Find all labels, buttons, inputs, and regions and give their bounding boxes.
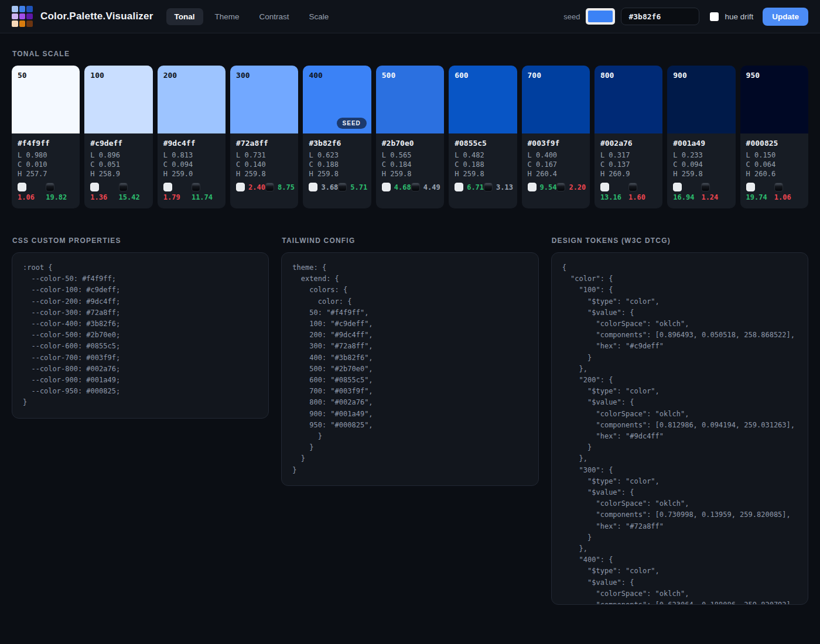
contrast-row: 19.74 1.06 [746,183,802,201]
contrast-vs-white: 16.94 [673,193,694,201]
tab-tonal[interactable]: Tonal [166,8,203,25]
hue-drift-checkbox[interactable] [710,12,719,21]
tone-chroma: C 0.010 [18,160,74,169]
tone-lightness: L 0.482 [455,150,511,160]
white-contrast-chip-icon [528,183,537,191]
tone-hue: H 258.9 [90,169,146,179]
contrast-row: 3.68 5.71 [309,183,365,191]
contrast-vs-white: 1.79 [163,193,180,201]
tone-hex: #002a76 [600,139,657,148]
tab-theme[interactable]: Theme [207,8,248,25]
tone-chroma: C 0.051 [90,160,146,169]
tone-card: 900 #001a49 L 0.233 C 0.094 H 259.8 16.9… [667,66,735,208]
contrast-pair: 13.16 [600,183,628,201]
tone-lightness: L 0.233 [673,150,729,160]
white-contrast-chip-icon [236,183,245,191]
contrast-row: 2.40 8.75 [236,183,292,191]
tone-hex: #72a8ff [236,139,292,148]
tone-label: 100 [90,71,104,80]
tone-swatch[interactable]: 600 [449,66,517,133]
black-contrast-chip-icon [46,183,54,191]
tone-swatch[interactable]: 100 [84,66,152,133]
black-contrast-chip-icon [338,183,347,191]
tone-label: 50 [18,71,27,80]
tone-info: #9dc4ff L 0.813 C 0.094 H 259.0 1.79 11.… [158,133,226,208]
tone-chroma: C 0.188 [309,160,365,169]
tone-chroma: C 0.094 [673,160,729,169]
tone-lightness: L 0.896 [90,150,146,160]
tone-swatch[interactable]: 50 [12,66,80,133]
black-contrast-chip-icon [119,183,128,191]
contrast-vs-black: 8.75 [278,183,295,191]
seed-badge: SEED [337,118,367,129]
tone-card: 800 #002a76 L 0.317 C 0.137 H 260.9 13.1… [594,66,662,208]
white-contrast-chip-icon [673,183,682,191]
tone-swatch[interactable]: 400 SEED [303,66,371,133]
white-contrast-chip-icon [455,183,463,191]
tone-swatch[interactable]: 900 [667,66,735,133]
update-button[interactable]: Update [763,8,808,26]
contrast-row: 16.94 1.24 [673,183,729,201]
contrast-pair: 11.74 [192,183,220,201]
black-contrast-chip-icon [411,183,420,191]
contrast-vs-black: 1.60 [628,193,645,201]
tone-hue: H 259.8 [309,169,365,179]
tone-label: 950 [746,71,760,80]
tone-chroma: C 0.167 [528,160,584,169]
tone-hue: H 259.8 [455,169,511,179]
contrast-pair: 19.82 [46,183,74,201]
tone-hex: #f4f9ff [18,139,74,148]
tone-card: 700 #003f9f L 0.400 C 0.167 H 260.4 9.54… [522,66,590,208]
seed-hex-input[interactable] [621,8,699,25]
contrast-pair: 3.68 [309,183,338,191]
tab-contrast[interactable]: Contrast [251,8,298,25]
contrast-row: 6.71 3.13 [455,183,511,191]
css-code-panel: :root { --color-50: #f4f9ff; --color-100… [12,252,269,419]
tab-scale[interactable]: Scale [301,8,337,25]
tone-label: 700 [528,71,541,80]
contrast-vs-black: 19.82 [46,193,67,201]
tone-swatch[interactable]: 200 [158,66,226,133]
tone-chroma: C 0.094 [163,160,220,169]
contrast-row: 1.79 11.74 [163,183,220,201]
tone-card: 950 #000825 L 0.150 C 0.064 H 260.6 19.7… [740,66,808,208]
tone-lightness: L 0.400 [528,150,584,160]
contrast-vs-black: 1.06 [774,193,791,201]
tone-label: 300 [236,71,250,80]
contrast-vs-white: 9.54 [540,183,557,191]
tailwind-code: theme: { extend: { colors: { color: { 50… [292,262,527,476]
tone-info: #0855c5 L 0.482 C 0.188 H 259.8 6.71 3.1… [449,133,517,198]
tone-swatch[interactable]: 700 [522,66,590,133]
tokens-code-panel: { "color": { "100": { "$type": "color", … [551,252,808,605]
tone-swatch[interactable]: 950 [740,66,808,133]
tone-hex: #c9deff [90,139,146,148]
contrast-vs-black: 2.20 [569,183,586,191]
seed-label: seed [563,12,580,21]
tone-hue: H 260.9 [600,169,657,179]
tone-swatch[interactable]: 800 [594,66,662,133]
contrast-pair: 1.60 [628,183,657,201]
contrast-pair: 19.74 [746,183,774,201]
contrast-vs-black: 1.24 [701,193,718,201]
tone-lightness: L 0.731 [236,150,292,160]
header-controls: seed hue drift Update [563,8,808,26]
contrast-pair: 1.79 [163,183,192,201]
tone-label: 900 [673,71,686,80]
contrast-vs-white: 6.71 [467,183,484,191]
contrast-pair: 4.49 [411,183,440,191]
tone-chroma: C 0.137 [600,160,657,169]
tone-hue: H 259.8 [382,169,438,179]
contrast-pair: 1.06 [18,183,46,201]
tone-info: #001a49 L 0.233 C 0.094 H 259.8 16.94 1.… [667,133,735,208]
tone-swatch[interactable]: 300 [230,66,298,133]
contrast-pair: 1.24 [701,183,729,201]
contrast-vs-white: 2.40 [248,183,265,191]
contrast-vs-white: 4.68 [394,183,411,191]
tone-swatch[interactable]: 500 [376,66,444,133]
tone-card: 400 SEED #3b82f6 L 0.623 C 0.188 H 259.8… [303,66,371,208]
tone-label: 400 [309,71,322,80]
tone-hex: #003f9f [528,139,584,148]
seed-color-picker[interactable] [586,8,615,25]
white-contrast-chip-icon [309,183,317,191]
tone-hex: #000825 [746,139,802,148]
